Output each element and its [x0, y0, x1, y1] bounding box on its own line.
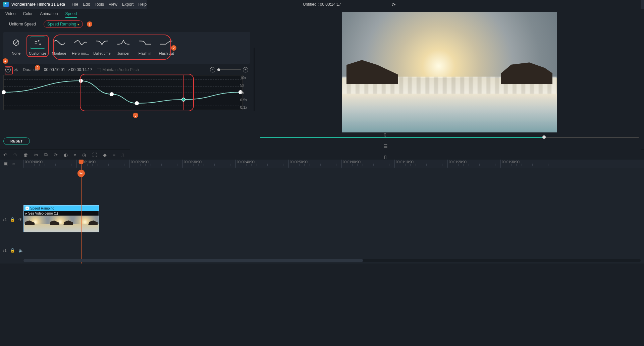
svg-line-1	[14, 41, 18, 45]
menu-edit[interactable]: Edit	[83, 2, 90, 7]
app-logo-icon	[3, 2, 9, 7]
video-eye-icon[interactable]: 👁	[18, 217, 22, 222]
duration-from: 00:00:10:01	[44, 67, 65, 72]
reset-button[interactable]: RESET	[3, 137, 30, 145]
clip-title: Sea Video demo (1)	[28, 212, 58, 215]
graph-zoom-out-button[interactable]: −	[210, 67, 215, 72]
clock-button[interactable]: ◷	[82, 152, 86, 158]
ytick: 0.5x	[240, 98, 250, 102]
maintain-pitch-checkbox[interactable]	[97, 68, 101, 72]
timeline-toolbar: ↶ ↷ 🗑 ✂ ⧉ ⟳ ◐ ▿ ◷ ⛶ ◆ ≡ ⎍ ✺ ⬚ 🎙 ☰ ▯ − +	[0, 150, 644, 160]
graph-zoom-in-button[interactable]: +	[243, 67, 248, 72]
ruler-tick: 00:01:00:00	[341, 160, 342, 168]
menu-help[interactable]: Help	[138, 2, 147, 7]
preview-canvas[interactable]	[342, 12, 557, 132]
timeline-hscroll[interactable]	[23, 259, 641, 262]
tab-speed[interactable]: Speed	[65, 11, 77, 18]
ytick: 0.1x	[240, 105, 250, 109]
track-collapse-icon[interactable]: ▣	[3, 161, 8, 166]
annotation-group-2	[53, 35, 171, 60]
uniform-speed-button[interactable]: Uniform Speed	[5, 20, 40, 28]
preset-row: None Customize 2 Montage Hero mo...	[3, 32, 250, 64]
speed-subnav: Uniform Speed Speed Ramping▾ 1	[3, 20, 250, 28]
clip-play-icon: ▸	[25, 212, 27, 215]
timeline-ruler[interactable]: 00:00:00:0000:00:10:0000:00:20:0000:00:3…	[23, 160, 644, 168]
tab-color[interactable]: Color	[23, 11, 33, 18]
magnet-icon[interactable]: ⎓	[12, 161, 15, 166]
maintain-pitch-label: Maintain Audio Pitch	[102, 67, 139, 72]
timeline-clip[interactable]: ~Speed Ramping ▸Sea Video demo (1)	[23, 205, 99, 232]
preset-none[interactable]: None	[7, 37, 25, 55]
audio-track-gutter: ♪1 🔓 🔈	[0, 248, 23, 253]
annotation-2b: 2	[171, 45, 176, 51]
menubar: File Edit Tools View Export Help	[72, 2, 147, 7]
graph-zoom-slider[interactable]	[217, 69, 241, 70]
support-icon[interactable]: ⟳	[392, 2, 396, 7]
annotation-4: 4	[3, 58, 8, 64]
delete-button[interactable]: 🗑	[23, 152, 28, 158]
speed-button[interactable]: ⟳	[54, 152, 58, 158]
ruler-tick: 00:00:00:00	[23, 160, 24, 168]
ruler-tick: 00:00:30:00	[182, 160, 183, 168]
tab-video[interactable]: Video	[5, 11, 15, 18]
video-lock-icon[interactable]: 🔓	[10, 217, 15, 222]
preset-customize[interactable]: Customize 2	[28, 37, 47, 55]
timeline-playhead[interactable]: ✂	[81, 160, 82, 264]
preview-progress[interactable]	[260, 135, 639, 139]
ruler-tick: 00:01:30:00	[500, 160, 501, 168]
video-track-gutter: ▸1 🔓 👁	[0, 217, 23, 222]
ruler-tick: 00:00:50:00	[288, 160, 289, 168]
marker-button[interactable]: ▿	[74, 152, 76, 158]
annotation-3: 3	[133, 113, 138, 118]
project-title: Untitled : 00:00:14:17	[303, 2, 341, 7]
annotation-box-4	[5, 66, 13, 74]
layout-icon[interactable]: ▯	[384, 154, 387, 160]
annotation-box-3	[80, 74, 194, 111]
ytick: 10x	[240, 76, 250, 80]
split-button[interactable]: ✂	[34, 152, 38, 158]
redo-button[interactable]: ↷	[13, 152, 17, 158]
mixer-icon[interactable]: ☰	[383, 143, 388, 149]
audio-mute-icon[interactable]: 🔈	[18, 248, 23, 253]
annotation-1: 1	[87, 21, 92, 27]
duration-bar: 4 + ✲ Duration: 00:00:10:01 -> 00:00:14:…	[3, 66, 250, 74]
app-name: Wondershare Filmora 11 Beta	[11, 2, 65, 7]
duration-label: Duration:	[23, 67, 39, 72]
menu-export[interactable]: Export	[122, 2, 134, 7]
ytick: 1x	[240, 91, 250, 95]
audio-lock-icon[interactable]: 🔓	[10, 248, 15, 253]
ytick: 5x	[240, 83, 250, 87]
menu-view[interactable]: View	[109, 2, 117, 7]
preview-panel: ◂▮ ▮▸ ▶ ■ { } 00:00:11:01 Full ▭ ⦿ 🔊 ⛶	[255, 9, 644, 150]
freeze-frame-icon[interactable]: ✲	[14, 67, 18, 72]
speed-graph[interactable]: 10x 5x 1x 0.5x 0.1x 3	[3, 75, 250, 112]
titlebar: Wondershare Filmora 11 Beta File Edit To…	[0, 0, 644, 9]
ruler-tick: 00:00:20:00	[129, 160, 130, 168]
svg-point-3	[40, 44, 41, 45]
menu-tools[interactable]: Tools	[95, 2, 104, 7]
color-button[interactable]: ◐	[64, 152, 68, 158]
playhead-scissor-icon[interactable]: ✂	[77, 170, 85, 177]
adjust-button[interactable]: ≡	[113, 152, 115, 158]
audio-button[interactable]: ⎍	[121, 152, 124, 158]
ruler-tick: 00:01:10:00	[394, 160, 395, 168]
speed-ramping-button[interactable]: Speed Ramping▾	[44, 20, 83, 28]
chevron-down-icon: ▾	[77, 23, 79, 26]
speed-keyframe[interactable]	[2, 90, 6, 94]
menu-file[interactable]: File	[72, 2, 78, 7]
undo-button[interactable]: ↶	[3, 152, 7, 158]
ruler-tick: 00:00:40:00	[235, 160, 236, 168]
ramping-badge-icon: ~	[25, 207, 29, 210]
ruler-tick: 00:00:10:00	[76, 160, 77, 168]
tab-animation[interactable]: Animation	[40, 11, 58, 18]
keyframe-button[interactable]: ◆	[103, 152, 107, 158]
duration-to: 00:00:14:17	[71, 67, 92, 72]
ruler-tick: 00:01:20:00	[447, 160, 448, 168]
svg-point-2	[38, 40, 40, 42]
timeline: ▣ ⎓ 00:00:00:0000:00:10:0000:00:20:0000:…	[0, 160, 644, 264]
expand-button[interactable]: ⛶	[92, 152, 97, 158]
clip-header-label: Speed Ramping	[30, 207, 54, 210]
crop-button[interactable]: ⧉	[44, 152, 48, 158]
